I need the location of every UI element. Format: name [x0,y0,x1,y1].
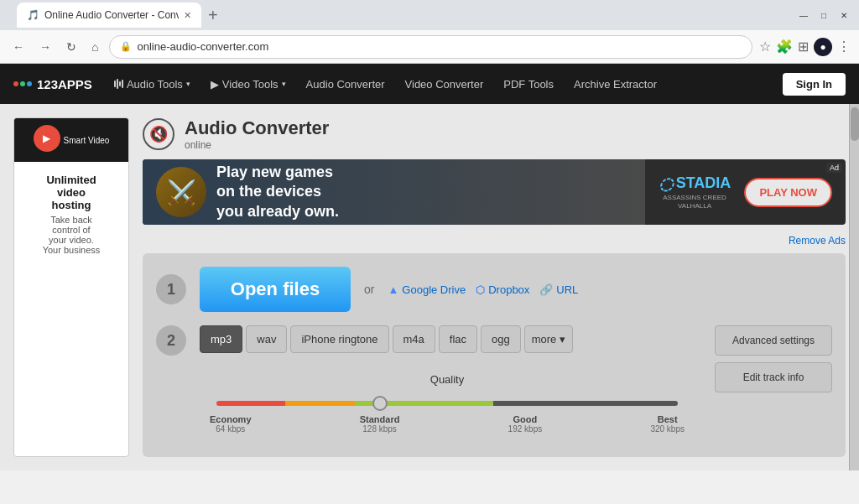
quality-economy: Economy 64 kbps [210,414,252,434]
chevron-down-icon-2: ▾ [282,80,286,88]
quality-section: Quality Economy 64 kbps Standard 128 [200,363,695,444]
scrollbar[interactable] [849,104,859,470]
audio-waves-icon [114,79,123,89]
nav-menu: Audio Tools ▾ ▶ Video Tools ▾ Audio Conv… [106,73,769,96]
url-label: URL [556,283,578,296]
cast-icon[interactable]: ⊞ [798,39,809,55]
nav-audio-converter[interactable]: Audio Converter [298,73,393,96]
nav-video-converter[interactable]: Video Converter [397,73,492,96]
banner-ad: ⚔️ Play new games on the devices you alr… [143,159,846,225]
page-subtitle: online [185,139,329,151]
address-bar-input[interactable]: 🔒 online-audio-converter.com [109,35,752,59]
page-title: Audio Converter [185,117,329,139]
play-now-button[interactable]: PLAY NOW [744,178,832,207]
stadia-text: STADIA [676,174,731,192]
remove-ads-link[interactable]: Remove Ads [143,235,846,247]
banner-ad-text: Play new games on the devices you alread… [216,163,339,221]
quality-slider[interactable] [216,401,678,406]
scrollbar-thumb[interactable] [851,107,859,141]
format-section: mp3 wav iPhone ringtone m4a flac ogg mor… [200,325,695,444]
nav-archive-extractor[interactable]: Archive Extractor [565,73,665,96]
archive-extractor-label: Archive Extractor [574,78,657,91]
quality-good: Good 192 kbps [508,414,543,434]
standard-label: Standard [360,414,400,424]
chevron-down-icon: ▾ [186,80,190,88]
bookmark-icon[interactable]: ☆ [759,39,771,55]
dot-green [20,81,25,86]
brand-logo[interactable]: 123APPS [13,77,92,91]
cloud-links: ▲ Google Drive ⬡ Dropbox 🔗 URL [388,283,578,296]
sidebar-brand: Smart Video [64,136,110,145]
quality-standard: Standard 128 kbps [360,414,400,434]
url-text: online-audio-converter.com [137,40,268,53]
good-sub: 192 kbps [508,424,543,434]
video-tools-label: Video Tools [222,78,279,91]
content-area: 🔇 Audio Converter online ⚔️ Play new gam… [143,117,846,457]
tab-close-icon[interactable]: ✕ [184,10,191,21]
format-wav[interactable]: wav [246,325,287,353]
format-m4a[interactable]: m4a [393,325,435,353]
page-header: Audio Converter online [185,117,329,151]
dot-red [13,81,18,86]
sidebar-ad: ▶ Smart Video Unlimited video hosting Ta… [13,117,129,457]
lock-icon: 🔒 [120,41,132,52]
new-tab-button[interactable]: + [208,7,218,23]
dropbox-link[interactable]: ⬡ Dropbox [476,283,529,296]
banner-ad-right: ◌ STADIA ASSASSINS CREED VALHALLA PLAY N… [645,174,846,211]
extension-icon[interactable]: 🧩 [776,39,793,55]
sign-in-button[interactable]: Sign In [783,73,846,96]
banner-ad-image: ⚔️ Play new games on the devices you alr… [143,159,645,225]
step2-number: 2 [156,325,186,356]
stadia-logo: ◌ [659,174,673,194]
quality-labels: Economy 64 kbps Standard 128 kbps Good 1… [210,414,685,434]
banner-tagline: ASSASSINS CREED VALHALLA [659,194,731,211]
format-ogg[interactable]: ogg [481,325,521,353]
maximize-button[interactable]: □ [817,8,830,22]
video-icon: ▶ [211,78,219,91]
sidebar-ad-top: ▶ Smart Video [14,118,128,162]
open-files-button[interactable]: Open files [200,267,351,312]
menu-icon[interactable]: ⋮ [837,39,851,55]
or-text: or [364,283,374,296]
economy-label: Economy [210,414,252,424]
edit-track-button[interactable]: Edit track info [715,362,832,392]
brand-dots [13,81,32,86]
home-button[interactable]: ⌂ [87,39,102,55]
dropbox-label: Dropbox [488,283,529,296]
nav-audio-tools[interactable]: Audio Tools ▾ [106,73,199,96]
audio-tools-label: Audio Tools [127,78,183,91]
google-drive-link[interactable]: ▲ Google Drive [388,283,466,296]
close-button[interactable]: ✕ [837,8,851,22]
app-navbar: 123APPS Audio Tools ▾ ▶ Video Tools ▾ Au… [0,64,859,104]
refresh-button[interactable]: ↻ [62,39,81,55]
format-flac[interactable]: flac [439,325,477,353]
sidebar-ad-title: Unlimited video hosting [43,174,101,211]
format-tabs: mp3 wav iPhone ringtone m4a flac ogg mor… [200,325,695,353]
ad-badge: Ad [826,163,842,173]
step1-number: 1 [156,274,186,304]
dot-blue [27,81,32,86]
step1-row: 1 Open files or ▲ Google Drive ⬡ Dropbox… [156,267,832,312]
sidebar-ad-body: Unlimited video hosting Take back contro… [36,162,107,262]
sidebar-ad-text: Take back control of your video. Your bu… [43,215,101,255]
quality-slider-wrap [210,394,685,409]
back-button[interactable]: ← [8,39,29,55]
converter-box: 1 Open files or ▲ Google Drive ⬡ Dropbox… [143,253,846,457]
forward-button[interactable]: → [35,39,55,55]
url-link[interactable]: 🔗 URL [539,283,578,296]
advanced-settings-button[interactable]: Advanced settings [715,325,832,356]
format-iphone-ringtone[interactable]: iPhone ringtone [290,325,388,353]
brand-name: 123APPS [37,77,92,91]
step2-row: 2 mp3 wav iPhone ringtone m4a flac ogg m… [156,325,832,444]
minimize-button[interactable]: — [797,8,810,22]
nav-pdf-tools[interactable]: PDF Tools [495,73,562,96]
profile-avatar[interactable]: ● [814,38,832,56]
link-icon: 🔗 [539,283,553,296]
nav-video-tools[interactable]: ▶ Video Tools ▾ [202,73,294,96]
pdf-tools-label: PDF Tools [503,78,554,91]
good-label: Good [513,414,538,424]
format-mp3[interactable]: mp3 [200,325,242,353]
browser-tab[interactable]: 🎵 Online Audio Converter - Conve... ✕ [17,3,201,28]
format-more[interactable]: more ▾ [524,325,573,353]
settings-buttons: Advanced settings Edit track info [715,325,832,392]
